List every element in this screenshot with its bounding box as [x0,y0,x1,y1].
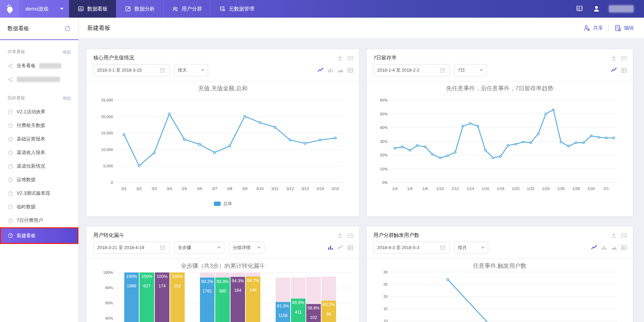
table-view-icon[interactable] [347,244,354,251]
download-icon[interactable] [610,55,617,61]
dropdown-value: 7日 [458,67,465,73]
x-axis-tick-label: 3/12 [286,187,294,191]
collapse-button[interactable]: 收起 [63,95,71,101]
download-icon[interactable] [337,55,344,61]
sidebar-item-shared-2[interactable] [0,73,78,86]
chart-view-switcher [591,244,627,251]
top-nav: demo游戏 数据看板 数据分析 用户分群 [0,0,644,18]
line-chart-view-icon-active[interactable] [591,244,598,251]
table-view-icon[interactable] [621,244,627,251]
funnel-bar[interactable]: 100%627 [140,272,154,322]
tab-segments[interactable]: 用户分群 [163,0,210,18]
svg-text:30: 30 [162,70,164,72]
granularity-dropdown[interactable]: 按天 [174,64,208,76]
funnel-bar[interactable]: 63.2%96 [321,301,336,322]
download-icon[interactable] [337,232,344,239]
line-chart-view-icon-active[interactable] [317,67,324,74]
data-point [447,155,448,156]
table-view-icon[interactable] [347,67,354,74]
funnel-pct-label: 65.6% [291,300,306,305]
y-axis-tick-label: 40% [95,316,113,320]
group-detail-dropdown[interactable]: 分组详情 [229,242,264,254]
line-chart-view-icon[interactable] [337,244,344,251]
collapse-button[interactable]: 收起 [63,49,71,55]
funnel-bar[interactable]: 93.3%585 [215,278,230,322]
x-axis-tick-label: 1/18 [497,187,504,191]
sidebar-item-mine-1[interactable]: 付费相关数据 [0,119,78,132]
expand-icon[interactable] [347,232,354,239]
funnel-bar[interactable]: 93.2%1761 [200,278,215,322]
bar-chart-view-icon[interactable] [327,67,334,74]
caret-down-icon [480,69,483,71]
share-button[interactable]: 共享 [583,24,603,32]
granularity-dropdown[interactable]: 按月 [454,242,488,254]
caret-down-icon [60,8,63,10]
funnel-bar[interactable]: 94.7%144 [246,277,260,322]
edit-button[interactable]: 编辑 [614,24,634,32]
area-chart-view-icon[interactable] [611,244,618,251]
sidebar-item-mine-2[interactable]: 基础运营报表 [0,132,78,146]
app-logo[interactable] [0,0,19,18]
funnel-bar[interactable]: 100%1889 [124,272,139,322]
expand-icon[interactable] [621,55,627,61]
tab-dashboard[interactable]: 数据看板 [69,0,116,18]
sidebar-item-mine-5[interactable]: 运维数据 [0,173,78,187]
sidebar-item-mine-8[interactable]: 7日付费用户 [0,214,78,227]
sidebar-item-mine-6[interactable]: V2.3测试服表现 [0,187,78,200]
y-axis-tick-label: 50% [380,112,388,116]
date-range-picker[interactable]: 2018-1-4 至 2018-2-2 30 [373,64,449,76]
funnel-bar[interactable]: 100%152 [170,272,185,322]
line-chart-view-icon-active[interactable] [611,67,618,74]
x-axis-tick-label: 3/7 [212,187,217,191]
tab-metadata[interactable]: 元数据管理 [210,0,263,18]
help-book-icon[interactable]: ? [575,5,584,13]
date-range-picker[interactable]: 2018-3-21 至 2018-4-19 30 [93,242,169,254]
date-range-picker[interactable]: 2018-3-1 至 2018-3-15 30 [93,64,169,76]
card-cohort: 用户分群触发用户数 2018-4-3 至 2018-5-3 30 按月 [367,227,633,322]
download-icon[interactable] [610,232,617,239]
user-avatar-icon[interactable] [592,5,601,13]
sidebar-item-mine-7[interactable]: 临时数据 [0,200,78,214]
card-controls: 2018-3-21 至 2018-4-19 30 全步骤 分组详情 [93,242,264,254]
calendar-icon: 30 [160,245,166,251]
bar-chart-view-icon-active[interactable] [327,244,334,251]
funnel-count-label: 144 [246,288,260,292]
steps-dropdown[interactable]: 全步骤 [174,242,224,254]
data-point [583,142,584,144]
area-chart-view-icon[interactable] [337,67,344,74]
sidebar-item-shared-1[interactable]: 业务看板 [0,59,78,73]
page-title: 新建看板 [87,24,110,32]
x-axis-tick-label: 1/30 [587,187,595,191]
funnel-plot: 100%1889100%627100%174100%15293.2%176193… [117,272,351,322]
funnel-bar[interactable]: 58.6%102 [306,304,321,322]
sidebar-item-mine-4[interactable]: 渠道拉新情况 [0,159,78,173]
funnel-remainder-bar [215,272,230,278]
funnel-count-label: 1158 [276,313,290,318]
funnel-bar[interactable]: 94.3%164 [231,277,245,322]
sidebar-item-mine-3[interactable]: 渠道收入报表 [0,146,78,159]
expand-icon[interactable] [347,55,354,61]
funnel-bar[interactable]: 100%174 [155,272,169,322]
username-blurred[interactable] [609,5,634,13]
section-label: 我的看板 [7,95,25,101]
date-range-picker[interactable]: 2018-4-3 至 2018-5-3 30 [373,242,449,254]
project-selector[interactable]: demo游戏 [19,0,69,18]
sidebar-item-selected[interactable]: 新建看板 [0,227,78,244]
gauge-icon [7,123,13,129]
granularity-dropdown[interactable]: 7日 [454,64,487,76]
funnel-bar[interactable]: 65.6%411 [291,299,306,322]
funnel-bar[interactable]: 61.3%1158 [276,302,290,322]
sidebar-item-mine-0[interactable]: V2.1活动效果 [0,105,78,119]
card-corner-actions [337,55,354,61]
tab-analysis[interactable]: 数据分析 [116,0,163,18]
x-axis-tick-label: 3/14 [316,187,324,191]
page-header: 新建看板 共享 编辑 [79,18,644,39]
chart-legend[interactable]: 总体 [87,201,359,207]
expand-icon[interactable] [621,232,627,239]
dashboard-icon [78,6,84,12]
database-icon [219,6,225,12]
table-view-icon[interactable] [621,67,627,74]
data-point [229,145,231,147]
bar-chart-view-icon[interactable] [601,244,608,251]
funnel-remainder-bar [200,272,215,278]
